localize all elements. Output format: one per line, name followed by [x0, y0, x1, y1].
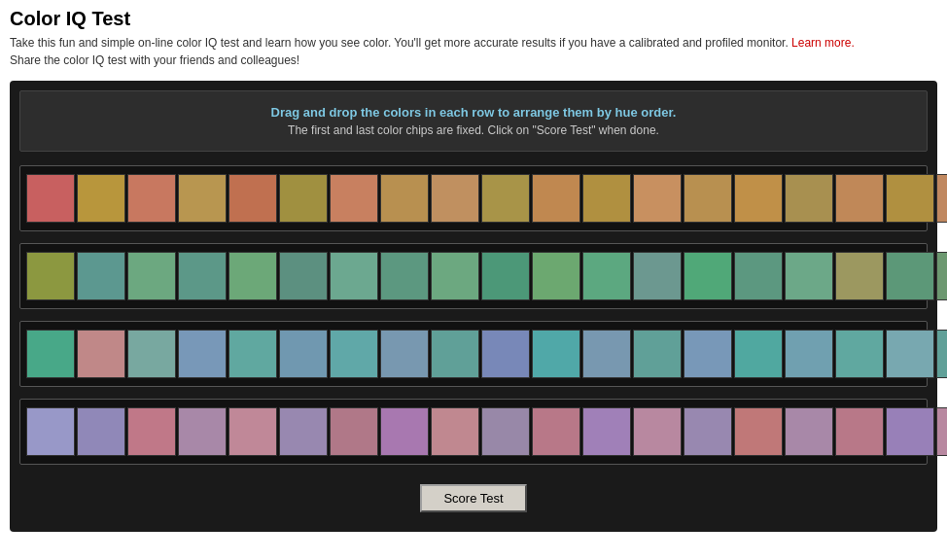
color-chip-r4-c2[interactable] — [77, 407, 125, 456]
color-chip-r3-c11[interactable] — [532, 330, 580, 378]
color-chip-r3-c8[interactable] — [380, 330, 429, 378]
color-chip-r4-c15[interactable] — [734, 407, 783, 456]
color-chip-r3-c10[interactable] — [481, 330, 530, 378]
color-chip-r4-c4[interactable] — [178, 407, 227, 456]
color-chip-r1-c4[interactable] — [178, 174, 227, 223]
color-chip-r2-c6[interactable] — [279, 252, 328, 300]
color-chip-r1-c13[interactable] — [633, 174, 682, 223]
color-row-container-4 — [19, 399, 928, 465]
color-chip-r4-c16[interactable] — [785, 407, 833, 456]
color-chip-r2-c17[interactable] — [835, 252, 884, 300]
color-chip-r4-c3[interactable] — [127, 407, 176, 456]
color-chip-r4-c12[interactable] — [582, 407, 631, 456]
color-chip-r4-c8[interactable] — [380, 407, 429, 456]
color-chip-r1-c17[interactable] — [835, 174, 884, 223]
color-chip-r4-c5[interactable] — [228, 407, 277, 456]
color-chip-r3-c17[interactable] — [835, 330, 884, 378]
color-chip-r4-c11[interactable] — [532, 407, 580, 456]
color-chip-r1-c3[interactable] — [127, 174, 176, 223]
color-chip-r2-c18[interactable] — [886, 252, 934, 300]
color-chip-r4-c1[interactable] — [26, 407, 75, 456]
color-row-1 — [26, 174, 921, 223]
score-button-container: Score Test — [19, 476, 928, 522]
color-chip-r3-c12[interactable] — [582, 330, 631, 378]
color-chip-r3-c18[interactable] — [886, 330, 934, 378]
description-start: Take this fun and simple on-line color I… — [10, 36, 789, 50]
color-chip-r1-c6[interactable] — [279, 174, 328, 223]
instruction-line1: Drag and drop the colors in each row to … — [34, 105, 913, 120]
score-test-button[interactable]: Score Test — [420, 484, 526, 512]
color-chip-r4-c13[interactable] — [633, 407, 682, 456]
color-chip-r3-c9[interactable] — [431, 330, 479, 378]
color-chip-r2-c8[interactable] — [380, 252, 429, 300]
color-chip-r4-c17[interactable] — [835, 407, 884, 456]
page-title: Color IQ Test — [10, 8, 937, 30]
color-chip-r3-c3[interactable] — [127, 330, 176, 378]
color-row-2 — [26, 252, 921, 300]
color-chip-r2-c16[interactable] — [785, 252, 833, 300]
color-chip-r4-c19[interactable] — [936, 407, 947, 456]
color-chip-r4-c10[interactable] — [481, 407, 530, 456]
color-chip-r3-c6[interactable] — [279, 330, 328, 378]
main-container: Drag and drop the colors in each row to … — [10, 81, 937, 532]
color-chip-r4-c18[interactable] — [886, 407, 934, 456]
color-chip-r1-c16[interactable] — [785, 174, 833, 223]
color-chip-r2-c12[interactable] — [582, 252, 631, 300]
color-row-3 — [26, 330, 921, 378]
color-chip-r3-c13[interactable] — [633, 330, 682, 378]
color-chip-r4-c7[interactable] — [330, 407, 378, 456]
color-chip-r3-c5[interactable] — [228, 330, 277, 378]
color-chip-r2-c15[interactable] — [734, 252, 783, 300]
color-chip-r1-c18[interactable] — [886, 174, 934, 223]
instructions-box: Drag and drop the colors in each row to … — [19, 90, 928, 152]
color-chip-r1-c15[interactable] — [734, 174, 783, 223]
learn-more-link[interactable]: Learn more. — [791, 36, 855, 50]
color-row-container-1 — [19, 165, 928, 231]
description-end: Share the color IQ test with your friend… — [10, 53, 299, 67]
color-chip-r4-c6[interactable] — [279, 407, 328, 456]
color-chip-r2-c2[interactable] — [77, 252, 125, 300]
color-chip-r3-c15[interactable] — [734, 330, 783, 378]
color-chip-r3-c4[interactable] — [178, 330, 227, 378]
color-chip-r2-c9[interactable] — [431, 252, 479, 300]
color-chip-r2-c14[interactable] — [684, 252, 732, 300]
color-chip-r4-c9[interactable] — [431, 407, 479, 456]
color-row-4 — [26, 407, 921, 456]
color-chip-r2-c1[interactable] — [26, 252, 75, 300]
color-chip-r2-c7[interactable] — [330, 252, 378, 300]
color-chip-r1-c2[interactable] — [77, 174, 125, 223]
color-chip-r2-c19[interactable] — [936, 252, 947, 300]
color-chip-r2-c10[interactable] — [481, 252, 530, 300]
color-chip-r3-c2[interactable] — [77, 330, 125, 378]
color-chip-r1-c8[interactable] — [380, 174, 429, 223]
color-chip-r1-c1[interactable] — [26, 174, 75, 223]
color-row-container-2 — [19, 243, 928, 309]
color-chip-r2-c13[interactable] — [633, 252, 682, 300]
color-chip-r1-c14[interactable] — [684, 174, 732, 223]
color-chip-r3-c19[interactable] — [936, 330, 947, 378]
color-chip-r2-c11[interactable] — [532, 252, 580, 300]
color-chip-r2-c3[interactable] — [127, 252, 176, 300]
page-header: Color IQ Test Take this fun and simple o… — [0, 0, 947, 73]
color-chip-r1-c5[interactable] — [228, 174, 277, 223]
color-chip-r1-c10[interactable] — [481, 174, 530, 223]
color-chip-r1-c12[interactable] — [582, 174, 631, 223]
color-row-container-3 — [19, 321, 928, 387]
color-chip-r3-c1[interactable] — [26, 330, 75, 378]
color-chip-r4-c14[interactable] — [684, 407, 732, 456]
color-chip-r1-c7[interactable] — [330, 174, 378, 223]
color-chip-r3-c14[interactable] — [684, 330, 732, 378]
color-chip-r2-c4[interactable] — [178, 252, 227, 300]
color-chip-r1-c9[interactable] — [431, 174, 479, 223]
page-description: Take this fun and simple on-line color I… — [10, 34, 937, 69]
color-chip-r2-c5[interactable] — [228, 252, 277, 300]
color-rows-container — [19, 165, 928, 465]
color-chip-r3-c16[interactable] — [785, 330, 833, 378]
color-chip-r1-c11[interactable] — [532, 174, 580, 223]
color-chip-r1-c19[interactable] — [936, 174, 947, 223]
color-chip-r3-c7[interactable] — [330, 330, 378, 378]
instruction-line2: The first and last color chips are fixed… — [34, 123, 913, 137]
